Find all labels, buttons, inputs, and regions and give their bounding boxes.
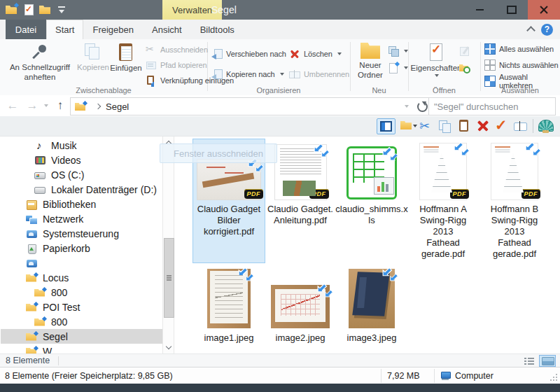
file-thumbnail xyxy=(207,269,251,328)
history-icon xyxy=(459,62,470,74)
sidebar-item[interactable]: Lokaler Datenträger (D:) xyxy=(1,182,162,197)
recent-locations-button[interactable] xyxy=(41,97,52,114)
file-name: image3.jpeg xyxy=(347,332,397,344)
customize-icon[interactable] xyxy=(56,4,69,16)
address-bar[interactable]: Segel xyxy=(70,97,434,115)
copy-icon[interactable] xyxy=(438,119,452,133)
move-to-button[interactable]: Verschieben nach xyxy=(211,47,295,61)
sidebar-item-icon xyxy=(26,214,38,225)
select-all-button[interactable]: Alles auswählen xyxy=(484,42,554,56)
help-icon[interactable]: ? xyxy=(541,24,553,36)
sidebar-item[interactable]: Musik xyxy=(1,138,162,153)
file-thumbnail: PDF xyxy=(491,144,538,200)
rename-button[interactable]: Umbenennen xyxy=(289,67,349,81)
folder-icon xyxy=(75,101,87,112)
sidebar-item[interactable]: 800 xyxy=(1,314,162,329)
new-item-icon xyxy=(388,62,399,74)
sidebar-item[interactable]: 800 xyxy=(1,285,162,300)
file-item[interactable]: claudio_shimms.x ls xyxy=(336,139,407,262)
rename-icon xyxy=(289,69,300,80)
cut-icon[interactable] xyxy=(419,119,433,133)
file-thumbnail xyxy=(271,285,330,328)
sidebar-item[interactable]: Segel xyxy=(1,329,162,344)
sidebar-item[interactable]: POI Test xyxy=(1,300,162,314)
folder-dropdown-icon[interactable] xyxy=(400,119,414,133)
breadcrumb-chevron-icon xyxy=(95,104,101,109)
rename-icon[interactable] xyxy=(514,119,528,133)
new-item-button[interactable] xyxy=(388,61,408,75)
folder-plain-icon[interactable] xyxy=(39,4,52,16)
tab-datei[interactable]: Datei xyxy=(6,20,46,39)
explorer-window: Verwalten Segel Datei StartFreigebenAnsi… xyxy=(0,0,560,392)
breadcrumb-segment[interactable]: Segel xyxy=(106,102,129,112)
sidebar-item[interactable]: Videos xyxy=(1,153,162,167)
file-name: Claudio Gadget Bilder korrigiert.pdf xyxy=(197,204,260,237)
sidebar-item-icon xyxy=(26,331,38,342)
copy-to-button[interactable]: Kopieren nach xyxy=(211,67,284,81)
resize-grip[interactable] xyxy=(550,373,558,382)
minimize-button[interactable] xyxy=(463,0,496,20)
shell-icon[interactable] xyxy=(538,120,553,133)
sidebar-item[interactable]: OS (C:) xyxy=(1,167,162,182)
pin-to-quickaccess-button[interactable]: An Schnellzugriff anheften xyxy=(4,41,76,82)
sidebar-item[interactable]: W xyxy=(1,344,162,354)
sidebar-item[interactable]: Bibliotheken xyxy=(1,197,162,211)
sidebar-item[interactable]: Locus xyxy=(1,270,162,285)
copy-button[interactable]: Kopieren xyxy=(77,41,109,73)
sidebar-item[interactable]: Netzwerk xyxy=(1,211,162,226)
forward-button[interactable] xyxy=(24,97,41,114)
classic-status-bar: 8 Elemente (Freier Speicherplatz: 9,85 G… xyxy=(0,367,560,384)
sidebar-item[interactable]: Papierkorb xyxy=(1,241,162,255)
file-item[interactable]: image1.jpeg xyxy=(193,268,265,346)
paste-button[interactable]: Einfügen xyxy=(110,41,142,74)
file-name: Hoffmann A Swing-Rigg 2013 Fathead gerad… xyxy=(409,204,477,260)
file-item[interactable]: image2.jpeg xyxy=(265,268,336,346)
separator-icon[interactable] xyxy=(533,119,533,133)
preview-pane-icon[interactable] xyxy=(377,118,396,134)
back-icon xyxy=(7,99,19,113)
file-thumbnail: PDF xyxy=(275,145,326,200)
ribbon-tab[interactable]: Start xyxy=(46,20,83,39)
check-doc-icon[interactable] xyxy=(22,4,35,16)
copy-path-button[interactable]: Pfad kopieren xyxy=(146,58,207,72)
history-button[interactable] xyxy=(459,61,470,75)
search-input[interactable] xyxy=(429,102,560,112)
details-view-button[interactable] xyxy=(521,355,538,367)
paste-icon[interactable] xyxy=(457,119,471,133)
file-item[interactable]: PDF Hoffmann B Swing-Rigg 2013 Fathead g… xyxy=(479,139,550,262)
sidebar-item[interactable]: Systemsteuerung xyxy=(1,226,162,241)
ribbon-tab[interactable]: Freigeben xyxy=(83,20,143,39)
scroll-down-button[interactable] xyxy=(163,342,174,354)
file-item[interactable]: image3.jpeg xyxy=(336,268,407,346)
pdf-badge: PDF xyxy=(450,189,470,199)
sidebar-item-icon xyxy=(34,155,46,166)
up-button[interactable] xyxy=(52,97,69,114)
ribbon-tab[interactable]: Ansicht xyxy=(143,20,191,39)
group-label-organize: Organisieren xyxy=(207,86,350,94)
easy-access-button[interactable] xyxy=(388,44,408,58)
file-name: image2.jpeg xyxy=(276,332,326,344)
cut-button[interactable]: Ausschneiden xyxy=(146,43,208,57)
delete-icon[interactable] xyxy=(476,119,490,133)
select-none-button[interactable]: Nichts auswählen xyxy=(484,58,559,72)
delete-button[interactable]: Löschen xyxy=(289,47,342,61)
properties-button[interactable]: Eigenschaften xyxy=(414,41,458,77)
copy-to-icon xyxy=(211,69,223,80)
back-button[interactable] xyxy=(4,97,21,114)
scrollbar-thumb[interactable] xyxy=(164,238,174,318)
sidebar-item[interactable] xyxy=(1,255,162,270)
folder-new-icon[interactable] xyxy=(6,4,18,16)
refresh-icon[interactable] xyxy=(417,102,428,112)
address-dropdown-icon[interactable] xyxy=(405,105,409,108)
edit-button[interactable] xyxy=(459,44,470,58)
thumbnails-view-button[interactable] xyxy=(539,355,556,367)
file-item[interactable]: PDF Hoffmann A Swing-Rigg 2013 Fathead g… xyxy=(407,139,479,262)
sidebar-scrollbar[interactable] xyxy=(162,136,174,354)
maximize-button[interactable] xyxy=(496,0,528,20)
apply-icon[interactable] xyxy=(495,119,509,133)
collapse-ribbon-icon[interactable] xyxy=(526,26,536,35)
new-folder-button[interactable]: Neuer Ordner xyxy=(352,41,388,80)
ghost-tooltip: Fenster ausschneiden xyxy=(160,144,277,163)
close-button[interactable] xyxy=(528,0,560,20)
ribbon-tab[interactable]: Bildtools xyxy=(191,20,244,39)
